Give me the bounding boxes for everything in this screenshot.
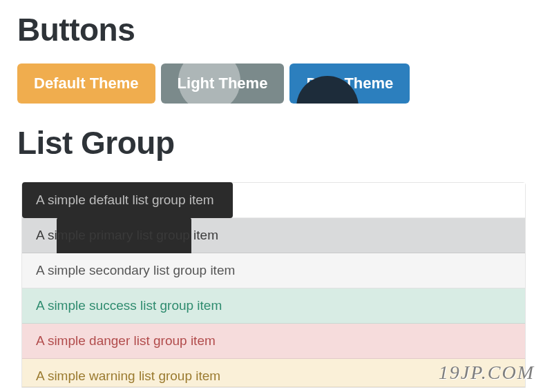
theme-button-row: Default Theme Light Theme Dark Theme	[17, 63, 526, 104]
buttons-heading: Buttons	[17, 11, 526, 48]
list-item-label: A simple primary list group item	[36, 228, 218, 242]
light-theme-button[interactable]: Light Theme	[161, 63, 285, 104]
list-item-label: A simple default list group item	[36, 193, 214, 207]
list-item-success[interactable]: A simple success list group item	[22, 288, 525, 324]
list-item-danger[interactable]: A simple danger list group item	[22, 324, 525, 359]
list-item-primary[interactable]: A simple primary list group item	[22, 218, 525, 253]
list-item-secondary[interactable]: A simple secondary list group item	[22, 253, 525, 288]
list-item-label: A simple danger list group item	[36, 333, 216, 348]
dark-theme-label: Dark Theme	[306, 75, 393, 92]
list-item-default[interactable]: A simple default list group item	[22, 183, 525, 218]
default-theme-label: Default Theme	[34, 75, 139, 92]
list-group: A simple default list group item A simpl…	[21, 182, 526, 388]
default-theme-button[interactable]: Default Theme	[17, 63, 155, 104]
listgroup-heading: List Group	[17, 124, 526, 161]
list-item-label: A simple success list group item	[36, 298, 222, 313]
list-item-label: A simple warning list group item	[36, 369, 220, 383]
dark-theme-button[interactable]: Dark Theme	[289, 63, 410, 104]
light-theme-label: Light Theme	[178, 75, 268, 92]
list-item-warning[interactable]: A simple warning list group item	[22, 359, 525, 387]
list-item-label: A simple secondary list group item	[36, 263, 235, 277]
